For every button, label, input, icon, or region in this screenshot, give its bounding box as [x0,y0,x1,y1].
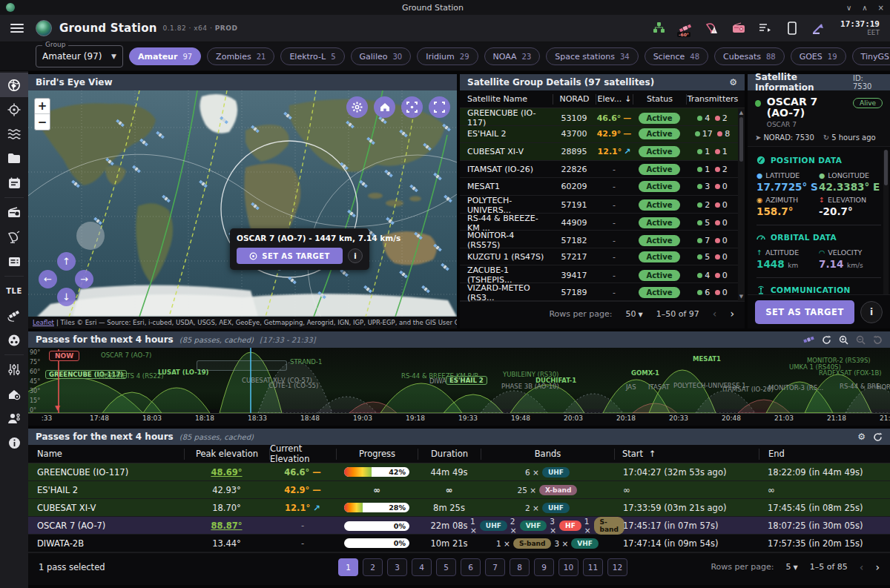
timeline-pass-label[interactable]: HORS 4 (RS [877,383,890,391]
passes-settings-gear-icon[interactable]: ⚙ [857,432,866,442]
group-table-row[interactable]: ZACUBE-1 (TSHEPIS...39417-Active4 0 [460,265,745,283]
timeline-pass-label[interactable]: CUTE-1 (CO-55) [268,382,318,389]
group-chip[interactable]: Zombies21 [207,47,274,65]
group-settings-gear-icon[interactable]: ⚙ [729,77,737,87]
set-as-target-button[interactable]: SET AS TARGET [755,300,854,324]
map-focus-target-button[interactable] [401,96,423,118]
group-rows-per-page[interactable]: 50▼ [626,309,643,319]
info-button[interactable]: i [860,301,883,323]
timeline-satellite-icon[interactable] [803,335,814,344]
timeline-pass-label[interactable]: ITASAT [648,383,670,391]
group-table-row[interactable]: CUBESAT XI-V2889512.1°↗Active1 1 [460,143,745,161]
page-button-5[interactable]: 5 [436,558,456,576]
group-column-header[interactable]: Satellite Name [460,94,553,105]
sidebar-item-operators[interactable] [0,406,28,431]
passes-table-row[interactable]: OSCAR 7 (AO-7)88.87°-0%22m 08s1 ×UHF2 ×V… [28,517,890,535]
sidebar-item-satellite-orbit[interactable] [0,303,28,328]
network-status-icon[interactable] [650,21,667,36]
passes-column-header[interactable]: End [759,449,890,460]
timeline-pass-label[interactable]: PHASE 3B (AO-10) [501,383,559,390]
map-pan-right-button[interactable]: → [75,270,93,288]
info-scrollbar[interactable] [883,150,889,294]
page-button-10[interactable]: 10 [558,558,578,576]
passes-table-row[interactable]: GREENCUBE (IO-117)48.69°46.6°—42%44m 49s… [28,463,890,481]
timeline-zoom-out-icon[interactable] [856,335,866,345]
group-table-row[interactable]: ITAMSAT (IO-26)22826-Active1 2 [460,161,745,179]
map-fullscreen-button[interactable] [429,96,450,118]
map-settings-button[interactable] [346,96,368,118]
group-chip[interactable]: Galileo30 [351,47,412,65]
passes-table-row[interactable]: DIWATA-2B13.44°-0%10m 21s1 ×S-band3 ×VHF… [28,535,890,552]
group-column-header[interactable]: Elev... ↓ [596,94,633,105]
page-button-11[interactable]: 11 [583,558,603,576]
elevation-tool-icon[interactable] [811,21,827,36]
group-chip[interactable]: Cubesats88 [714,47,785,65]
sidebar-item-station[interactable] [0,382,28,406]
map-zoom-out-button[interactable]: − [35,114,50,130]
timeline-pass-label[interactable]: MOZHAETS 4 (RS22) [99,372,164,380]
map-zoom-in-button[interactable]: + [35,99,50,114]
group-chip[interactable]: Science48 [645,47,708,65]
passes-column-header[interactable]: Name [28,449,184,460]
radio-off-icon[interactable] [731,21,747,36]
group-table-row[interactable]: ES'HAIL 24370042.9°—Active17 8 [460,126,745,144]
group-chip[interactable]: GOES19 [791,47,846,65]
passes-column-header[interactable]: Duration [418,449,481,460]
map-pan-left-button[interactable]: ← [39,270,57,288]
page-button-7[interactable]: 7 [485,558,505,576]
page-button-4[interactable]: 4 [412,558,432,576]
map-pan-down-button[interactable]: ↓ [57,288,76,306]
timeline-pass-label[interactable]: STRAND-1 [290,358,322,366]
sidebar-item-map[interactable] [0,73,28,97]
group-chip[interactable]: TinyGS87 [852,47,890,65]
sidebar-item-control-wheel[interactable] [0,328,28,352]
tooltip-info-button[interactable]: i [348,248,363,263]
rotator-status-icon[interactable]: -60° [677,21,693,36]
timeline-pass-label[interactable]: RADFXSAT (FOX-1B) [819,369,882,377]
minimize-icon[interactable]: ∨ [846,4,851,12]
group-column-header[interactable]: NORAD [553,94,596,105]
sidebar-item-files[interactable] [0,146,28,171]
group-table-row[interactable]: MESAT160209-Active3 0 [460,178,745,196]
queue-icon[interactable] [757,21,774,36]
leaflet-link[interactable]: Leaflet [33,319,54,326]
group-next-page-icon[interactable]: › [730,308,734,320]
page-button-6[interactable]: 6 [461,558,481,576]
passes-rows-per-page[interactable]: 5▼ [786,562,798,572]
group-column-header[interactable]: Transmitters [686,94,739,105]
group-table-row[interactable]: RS-44 & BREEZE-KM ...44909-Active5 0 [460,214,745,231]
sidebar-item-transmitters[interactable] [0,249,28,274]
sidebar-item-dish[interactable] [0,225,28,249]
group-select[interactable]: Group Amateur (97) ▼ [36,45,123,67]
group-chip[interactable]: Space stations34 [546,47,638,65]
sidebar-item-schedule[interactable] [0,171,28,195]
passes-column-header[interactable]: Bands [481,449,614,460]
group-chip[interactable]: Elektro-L5 [280,47,344,65]
map-pan-up-button[interactable]: ↑ [57,252,76,271]
page-button-9[interactable]: 9 [534,558,554,576]
close-icon[interactable]: × [878,4,884,12]
timeline-reset-icon[interactable] [873,335,883,345]
sidebar-item-tle[interactable]: TLE [0,279,28,303]
group-chip[interactable]: Amateur97 [129,47,201,65]
passes-next-page-icon[interactable]: › [875,561,880,573]
dish-warning-icon[interactable]: ! [704,21,720,36]
timeline-pass-label[interactable]: MESAT1 [693,355,721,363]
timeline-chart[interactable]: 90°75°60°45°30°15°0° :3317:4818:0318:181… [28,348,890,426]
passes-table-row[interactable]: CUBESAT XI-V18.70°12.1°↗28%8m 25s2 ×UHF1… [28,499,890,517]
passes-column-header[interactable]: Start ↑ [614,449,759,460]
group-table-scrollbar[interactable]: ▲▼ [738,108,745,301]
passes-column-header[interactable]: Current Elevation [269,449,336,460]
sidebar-item-waterfall[interactable] [0,122,28,146]
sidebar-item-about[interactable] [0,431,28,455]
passes-refresh-icon[interactable] [873,432,883,442]
group-table-row[interactable]: POLYTECH-UNIVERS...57191-Active2 0 [460,196,745,214]
satellite-data-scroll[interactable]: POSITION DATA ●LATITUDE 17.7725° S ●LONG… [748,147,890,294]
maximize-icon[interactable]: ∧ [862,4,867,12]
timeline-pass-label[interactable]: MONITOR-3 (RS... [768,384,823,392]
mobile-icon[interactable] [784,21,800,36]
page-button-8[interactable]: 8 [510,558,530,576]
group-table-row[interactable]: VIZARD-METEO (RS3...57189-Active6 0 [460,283,745,301]
group-table-row[interactable]: MONITOR-4 (RS57S)57182-Active7 0 [460,231,745,248]
sidebar-item-radio[interactable] [0,200,28,225]
